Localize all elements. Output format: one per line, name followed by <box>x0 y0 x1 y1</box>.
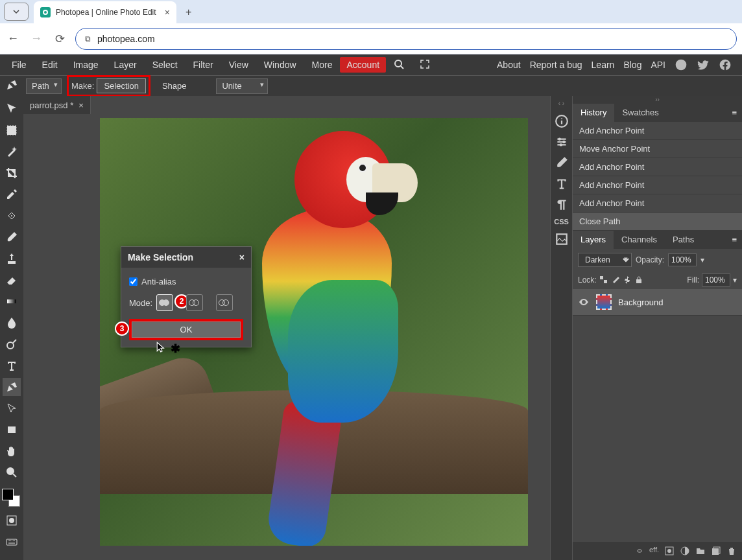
url-bar[interactable]: ⧉ photopea.com <box>75 28 737 50</box>
rectangle-tool[interactable] <box>3 421 21 439</box>
site-settings-icon[interactable]: ⧉ <box>85 34 91 43</box>
new-tab-button[interactable]: + <box>186 6 191 18</box>
eyedropper-tool[interactable] <box>3 185 21 204</box>
link-layers-icon[interactable] <box>634 546 644 556</box>
layers-tab[interactable]: Layers <box>573 231 614 249</box>
collapse-handle-panels[interactable]: ›› <box>573 96 742 104</box>
paths-tab[interactable]: Paths <box>665 231 702 249</box>
quickmask-toggle[interactable] <box>3 511 21 530</box>
document-tab[interactable]: parrot.psd * × <box>23 96 91 114</box>
antialias-checkbox[interactable] <box>129 277 138 286</box>
reload-button[interactable]: ⟳ <box>52 32 67 46</box>
layers-panel-menu-icon[interactable]: ≡ <box>726 231 742 249</box>
mode-add-button[interactable] <box>186 294 203 311</box>
history-item[interactable]: Add Anchor Point <box>573 176 742 194</box>
layer-thumbnail[interactable] <box>596 294 612 310</box>
lock-all-icon[interactable] <box>634 275 643 285</box>
lock-transparency-icon[interactable] <box>599 275 608 285</box>
layer-effects-button[interactable]: eff. <box>649 546 659 556</box>
lock-position-icon[interactable] <box>623 275 632 285</box>
menu-select[interactable]: Select <box>145 56 186 74</box>
character-panel-icon[interactable] <box>555 176 569 191</box>
history-panel-menu-icon[interactable]: ≡ <box>726 104 742 122</box>
menu-account[interactable]: Account <box>340 57 386 73</box>
back-button[interactable]: ← <box>5 32 21 45</box>
document-tab-close-icon[interactable]: × <box>78 100 84 110</box>
make-shape-button[interactable]: Shape <box>156 79 193 93</box>
opacity-dropdown-icon[interactable]: ▾ <box>700 255 704 264</box>
fill-dropdown-icon[interactable]: ▾ <box>733 275 737 285</box>
layer-row[interactable]: Background <box>573 289 742 316</box>
mode-new-button[interactable] <box>156 294 173 311</box>
layer-name[interactable]: Background <box>618 298 663 307</box>
clone-stamp-tool[interactable] <box>3 250 21 268</box>
reddit-icon[interactable] <box>675 58 688 71</box>
channels-tab[interactable]: Channels <box>614 231 665 249</box>
dialog-header[interactable]: Make Selection × <box>121 247 251 268</box>
menu-filter[interactable]: Filter <box>186 56 221 74</box>
brush-tool[interactable] <box>3 228 21 246</box>
brush-panel-icon[interactable] <box>555 156 569 170</box>
delete-layer-icon[interactable] <box>726 546 737 556</box>
fill-input[interactable] <box>702 274 730 286</box>
thumbnail-panel-icon[interactable] <box>555 232 569 246</box>
keyboard-icon[interactable] <box>3 533 21 551</box>
history-item[interactable]: Add Anchor Point <box>573 158 742 176</box>
path-select-tool[interactable] <box>3 399 21 417</box>
dialog-ok-button[interactable]: OK <box>132 321 241 338</box>
paragraph-panel-icon[interactable] <box>555 197 569 211</box>
type-tool[interactable] <box>3 356 21 375</box>
foreground-color-swatch[interactable] <box>2 489 14 500</box>
history-tab[interactable]: History <box>573 104 614 122</box>
history-item[interactable]: Close Path <box>573 213 742 231</box>
path-mode-dropdown[interactable]: Path <box>26 78 62 94</box>
twitter-icon[interactable] <box>697 58 710 71</box>
healing-tool[interactable] <box>3 207 21 225</box>
collapse-handle[interactable]: ‹ › <box>558 100 564 108</box>
menu-blog[interactable]: Blog <box>623 60 641 70</box>
magic-wand-tool[interactable] <box>3 143 21 161</box>
menu-layer[interactable]: Layer <box>106 56 145 74</box>
blend-mode-dropdown[interactable]: Darken <box>578 253 632 267</box>
opacity-input[interactable] <box>668 253 697 266</box>
menu-report-bug[interactable]: Report a bug <box>530 60 582 70</box>
mode-subtract-button[interactable] <box>216 294 233 311</box>
dialog-close-icon[interactable]: × <box>239 252 245 262</box>
dodge-tool[interactable] <box>3 335 21 353</box>
browser-tabs-dropdown[interactable] <box>4 3 29 21</box>
fullscreen-icon[interactable] <box>412 55 438 75</box>
menu-about[interactable]: About <box>497 60 521 70</box>
blur-tool[interactable] <box>3 314 21 332</box>
move-tool[interactable] <box>3 100 21 118</box>
info-panel-icon[interactable] <box>555 114 569 128</box>
make-selection-button[interactable]: Selection <box>97 78 145 93</box>
lock-image-icon[interactable] <box>611 275 620 285</box>
adjustments-panel-icon[interactable] <box>555 135 569 149</box>
new-group-icon[interactable] <box>695 546 706 556</box>
crop-tool[interactable] <box>3 164 21 182</box>
layer-visibility-icon[interactable] <box>578 298 590 307</box>
menu-view[interactable]: View <box>221 56 256 74</box>
css-panel-icon[interactable]: CSS <box>554 218 569 226</box>
combine-mode-dropdown[interactable]: Unite <box>216 78 268 94</box>
facebook-icon[interactable] <box>719 58 732 71</box>
tab-close-icon[interactable]: × <box>165 7 170 18</box>
marquee-tool[interactable] <box>3 121 21 139</box>
menu-edit[interactable]: Edit <box>34 56 66 74</box>
menu-learn[interactable]: Learn <box>592 60 615 70</box>
menu-api[interactable]: API <box>651 60 665 70</box>
menu-file[interactable]: File <box>4 56 34 74</box>
layer-mask-icon[interactable] <box>664 546 675 556</box>
zoom-tool[interactable] <box>3 463 21 482</box>
adjustment-layer-icon[interactable] <box>680 546 690 556</box>
history-item[interactable]: Add Anchor Point <box>573 122 742 140</box>
history-item[interactable]: Move Anchor Point <box>573 140 742 158</box>
menu-image[interactable]: Image <box>66 56 106 74</box>
history-item[interactable]: Add Anchor Point <box>573 194 742 213</box>
forward-button[interactable]: → <box>29 32 44 45</box>
color-swatches[interactable] <box>2 489 21 508</box>
search-icon[interactable] <box>386 55 412 75</box>
menu-more[interactable]: More <box>304 56 341 74</box>
gradient-tool[interactable] <box>3 292 21 310</box>
new-layer-icon[interactable] <box>711 546 721 556</box>
